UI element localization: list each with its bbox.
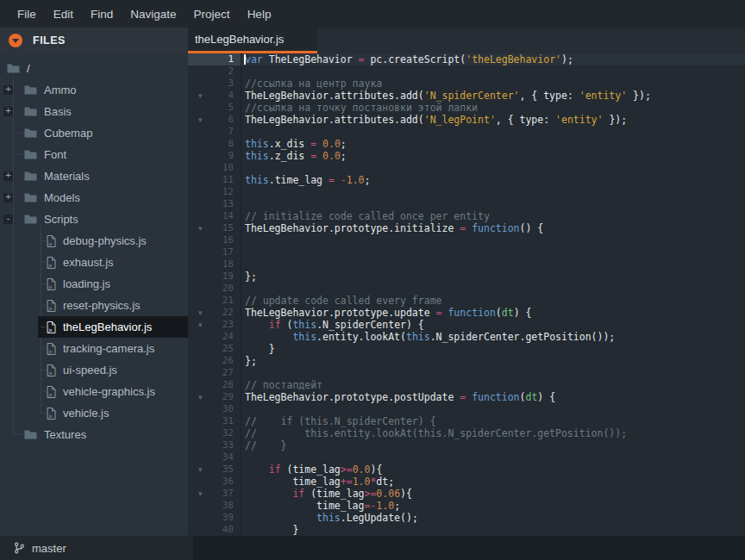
tree-item-font[interactable]: Font xyxy=(0,144,188,165)
code-line-text: this.LegUpdate(); xyxy=(241,512,745,524)
tree-item-materials[interactable]: +Materials xyxy=(0,165,188,187)
folder-icon xyxy=(24,128,37,139)
code-line-37[interactable]: ▾37 if (time_lag>=0.06){ xyxy=(188,488,745,500)
code-line-4[interactable]: ▾4TheLegBehavior.attributes.add('N_spide… xyxy=(188,90,745,102)
menu-item-file[interactable]: File xyxy=(9,0,45,28)
fold-arrow-icon[interactable]: ▾ xyxy=(198,464,203,476)
tab-thelegbehavior-js[interactable]: theLegBehavior.js xyxy=(188,28,317,53)
code-line-38[interactable]: 38 time_lag=-1.0; xyxy=(188,500,745,512)
fold-arrow-icon[interactable]: ▾ xyxy=(198,307,203,319)
fold-arrow-icon[interactable]: ▾ xyxy=(198,114,203,126)
menu-item-navigate[interactable]: Navigate xyxy=(122,0,185,28)
js-file-icon: js xyxy=(47,364,56,376)
code-line-40[interactable]: 40 } xyxy=(188,524,745,536)
code-line-1[interactable]: 1var TheLegBehavior = pc.createScript('t… xyxy=(188,53,745,65)
menu-bar: FileEditFindNavigateProjectHelp xyxy=(0,0,745,28)
code-line-24[interactable]: 24 this.entity.lookAt(this.N_spiderCente… xyxy=(188,331,745,343)
tree-item-ui-speed-js[interactable]: jsui-speed.js xyxy=(0,359,188,381)
tree-item-scripts[interactable]: -Scripts xyxy=(0,208,188,230)
menu-item-edit[interactable]: Edit xyxy=(45,0,82,28)
code-line-34[interactable]: 34 xyxy=(188,451,745,464)
tree-item-debug-physics-js[interactable]: jsdebug-physics.js xyxy=(0,230,188,252)
code-line-6[interactable]: ▾6TheLegBehavior.attributes.add('N_legPo… xyxy=(188,114,745,126)
code-line-12[interactable]: 12 xyxy=(188,186,745,198)
expand-icon[interactable]: + xyxy=(3,107,13,116)
tree-item-basis[interactable]: +Basis xyxy=(0,101,188,122)
code-line-17[interactable]: 17 xyxy=(188,246,745,258)
code-line-9[interactable]: 9this.z_dis = 0.0; xyxy=(188,150,745,162)
git-branch[interactable]: master xyxy=(14,542,66,555)
code-line-18[interactable]: 18 xyxy=(188,258,745,271)
expand-icon[interactable]: + xyxy=(3,193,13,202)
tree-item-ammo[interactable]: +Ammo xyxy=(0,79,188,101)
svg-text:js: js xyxy=(48,283,53,289)
tree-item-root[interactable]: / xyxy=(0,58,188,79)
line-gutter: 33 xyxy=(188,439,241,451)
tree-item-tracking-camera-js[interactable]: jstracking-camera.js xyxy=(0,338,188,359)
fold-arrow-icon[interactable]: ▾ xyxy=(198,222,203,234)
tree-item-exhaust-js[interactable]: jsexhaust.js xyxy=(0,252,188,273)
tree-item-label: Basis xyxy=(44,105,72,118)
code-line-13[interactable]: 13 xyxy=(188,198,745,210)
menu-item-find[interactable]: Find xyxy=(82,0,122,28)
code-line-text: }; xyxy=(241,355,745,367)
tree-item-models[interactable]: +Models xyxy=(0,187,188,208)
code-line-26[interactable]: 26}; xyxy=(188,355,745,367)
line-gutter: 38 xyxy=(188,500,241,512)
code-line-23[interactable]: ▾23 if (this.N_spiderCenter) { xyxy=(188,319,745,331)
code-line-5[interactable]: 5//ссылка на точку постановки этой лапки xyxy=(188,102,745,114)
line-number: 39 xyxy=(222,512,234,523)
code-line-35[interactable]: ▾35 if (time_lag>=0.0){ xyxy=(188,464,745,476)
code-line-28[interactable]: 28// постапдейт xyxy=(188,379,745,391)
code-line-8[interactable]: 8this.x_dis = 0.0; xyxy=(188,138,745,150)
code-line-text: if (time_lag>=0.06){ xyxy=(241,488,745,500)
expand-icon[interactable]: + xyxy=(3,171,13,181)
fold-arrow-icon[interactable]: ▾ xyxy=(198,319,203,331)
fold-arrow-icon[interactable]: ▾ xyxy=(198,391,203,403)
code-line-text: // this.entity.lookAt(this.N_spiderCente… xyxy=(241,427,745,439)
code-line-10[interactable]: 10 xyxy=(188,162,745,174)
code-line-30[interactable]: 30 xyxy=(188,403,745,415)
code-line-14[interactable]: 14// initialize code called once per ent… xyxy=(188,210,745,222)
chevron-down-circle-icon[interactable] xyxy=(9,34,22,47)
tree-item-textures[interactable]: Textures xyxy=(0,424,188,445)
code-line-33[interactable]: 33// } xyxy=(188,439,745,451)
tree-item-vehicle-graphics-js[interactable]: jsvehicle-graphics.js xyxy=(0,381,188,402)
code-line-7[interactable]: 7 xyxy=(188,126,745,138)
files-panel-header[interactable]: FILES xyxy=(0,28,188,53)
tree-item-reset-physics-js[interactable]: jsreset-physics.js xyxy=(0,295,188,316)
collapse-icon[interactable]: - xyxy=(3,215,13,224)
tree-item-thelegbehavior-js[interactable]: jstheLegBehavior.js xyxy=(0,316,188,338)
code-editor[interactable]: 1var TheLegBehavior = pc.createScript('t… xyxy=(188,53,745,536)
fold-arrow-icon[interactable]: ▾ xyxy=(198,488,203,500)
code-line-11[interactable]: 11this.time_lag = -1.0; xyxy=(188,174,745,186)
code-line-20[interactable]: 20 xyxy=(188,283,745,295)
line-gutter: 26 xyxy=(188,355,241,367)
code-line-32[interactable]: 32// this.entity.lookAt(this.N_spiderCen… xyxy=(188,427,745,439)
fold-arrow-icon[interactable]: ▾ xyxy=(198,90,203,102)
code-line-39[interactable]: 39 this.LegUpdate(); xyxy=(188,512,745,524)
code-line-31[interactable]: 31// if (this.N_spiderCenter) { xyxy=(188,415,745,427)
code-line-29[interactable]: ▾29TheLegBehavior.prototype.postUpdate =… xyxy=(188,391,745,403)
line-number: 30 xyxy=(222,403,234,414)
tree-item-cubemap[interactable]: Cubemap xyxy=(0,122,188,144)
menu-item-help[interactable]: Help xyxy=(239,0,280,28)
code-line-text: this.z_dis = 0.0; xyxy=(241,150,745,162)
code-line-3[interactable]: 3//ссылка на центр паука xyxy=(188,78,745,90)
code-line-19[interactable]: 19}; xyxy=(188,271,745,283)
tree-item-label: / xyxy=(27,62,30,75)
code-line-22[interactable]: ▾22TheLegBehavior.prototype.update = fun… xyxy=(188,307,745,319)
line-gutter: 28 xyxy=(188,379,241,391)
menu-item-project[interactable]: Project xyxy=(185,0,239,28)
code-line-21[interactable]: 21// update code called every frame xyxy=(188,295,745,307)
code-line-15[interactable]: ▾15TheLegBehavior.prototype.initialize =… xyxy=(188,222,745,234)
code-line-2[interactable]: 2 xyxy=(188,65,745,78)
code-line-16[interactable]: 16 xyxy=(188,234,745,246)
expand-icon[interactable]: + xyxy=(3,85,13,95)
tree-item-loading-js[interactable]: jsloading.js xyxy=(0,273,188,295)
code-line-27[interactable]: 27 xyxy=(188,367,745,379)
code-line-25[interactable]: 25 } xyxy=(188,343,745,355)
code-line-36[interactable]: 36 time_lag+=1.0*dt; xyxy=(188,476,745,488)
tree-item-vehicle-js[interactable]: jsvehicle.js xyxy=(0,402,188,424)
code-editor-app: FileEditFindNavigateProjectHelp FILES /+… xyxy=(0,0,745,560)
